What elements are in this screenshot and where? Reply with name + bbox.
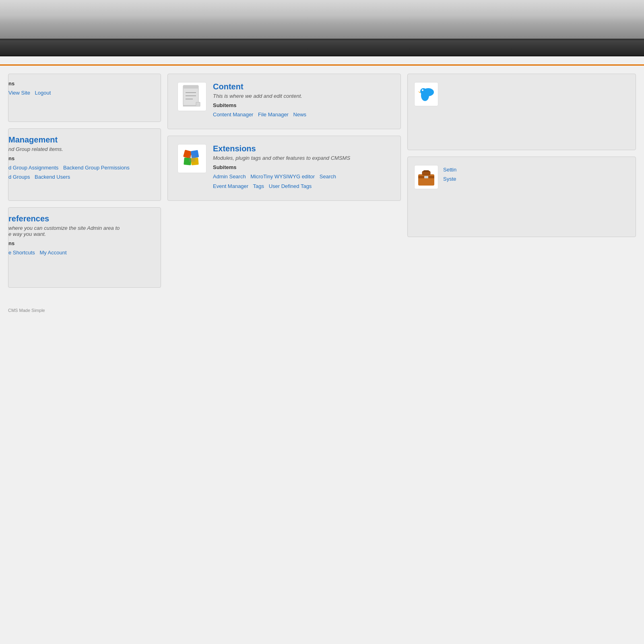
preferences-subitems: ns bbox=[8, 240, 154, 246]
bird-icon bbox=[416, 84, 436, 104]
top-bar bbox=[0, 0, 644, 40]
orange-divider bbox=[0, 64, 644, 66]
extensions-desc: Modules, plugin tags and other features … bbox=[213, 155, 391, 161]
right-bottom-icon-box bbox=[414, 165, 438, 189]
content-subitems: Subitems bbox=[213, 102, 391, 108]
news-link[interactable]: News bbox=[293, 111, 307, 118]
right-top-panel bbox=[407, 74, 636, 150]
management-desc: nd Group related items. bbox=[8, 146, 154, 152]
extensions-subitems: Subitems bbox=[213, 164, 391, 170]
right-bottom-links: Settin Syste bbox=[443, 165, 460, 184]
nav-bar bbox=[0, 40, 644, 56]
backend-users-link[interactable]: Backend Users bbox=[35, 174, 70, 180]
right-top-icon-box bbox=[414, 82, 438, 106]
shortcuts-link[interactable]: e Shortcuts bbox=[8, 250, 35, 256]
preferences-panel: references where you can customize the s… bbox=[8, 207, 161, 288]
extensions-title: Extensions bbox=[213, 144, 391, 153]
content-panel: Content This is where we add and edit co… bbox=[167, 74, 401, 129]
event-manager-link[interactable]: Event Manager bbox=[213, 183, 248, 189]
preferences-title: references bbox=[8, 214, 154, 223]
extensions-icon-box bbox=[178, 144, 206, 173]
svg-rect-21 bbox=[424, 176, 428, 178]
left-column: ns View Site Logout Management nd Group … bbox=[8, 74, 161, 288]
svg-point-15 bbox=[422, 89, 423, 91]
view-site-link[interactable]: View Site bbox=[8, 90, 30, 96]
preferences-desc: where you can customize the site Admin a… bbox=[8, 225, 154, 237]
top-left-subitems: ns bbox=[8, 80, 154, 87]
user-defined-tags-link[interactable]: User Defined Tags bbox=[269, 183, 312, 189]
extensions-panel-body: Extensions Modules, plugin tags and othe… bbox=[213, 144, 391, 191]
content-icon bbox=[182, 85, 202, 109]
settings-link[interactable]: Settin bbox=[443, 167, 456, 173]
preferences-links: e Shortcuts My Account bbox=[8, 248, 154, 257]
content-panel-body: Content This is where we add and edit co… bbox=[213, 82, 391, 119]
main-content: ns View Site Logout Management nd Group … bbox=[0, 74, 644, 288]
right-column: Settin Syste bbox=[407, 74, 636, 288]
extensions-links: Admin Search MicroTiny WYSIWYG editor Se… bbox=[213, 172, 391, 191]
microtiny-link[interactable]: MicroTiny WYSIWYG editor bbox=[250, 173, 315, 180]
my-account-link[interactable]: My Account bbox=[39, 250, 66, 256]
management-panel: Management nd Group related items. ns d … bbox=[8, 128, 161, 201]
footer-text: CMS Made Simple bbox=[8, 308, 45, 313]
svg-rect-1 bbox=[183, 85, 198, 89]
right-bottom-body: Settin Syste bbox=[443, 165, 460, 184]
toolbox-icon bbox=[416, 167, 436, 187]
management-subitems: ns bbox=[8, 155, 154, 161]
backend-group-permissions-link[interactable]: Backend Group Permissions bbox=[63, 165, 130, 171]
content-manager-link[interactable]: Content Manager bbox=[213, 111, 253, 118]
management-title: Management bbox=[8, 135, 154, 144]
backend-groups-link[interactable]: d Groups bbox=[8, 174, 30, 180]
content-links: Content Manager File Manager News bbox=[213, 110, 391, 119]
content-desc: This is where we add and edit content. bbox=[213, 93, 391, 99]
search-link[interactable]: Search bbox=[320, 173, 336, 180]
right-bottom-panel: Settin Syste bbox=[407, 157, 636, 237]
svg-point-14 bbox=[420, 88, 427, 95]
group-assignments-link[interactable]: d Group Assignments bbox=[8, 165, 58, 171]
top-left-panel: ns View Site Logout bbox=[8, 74, 161, 122]
svg-rect-11 bbox=[189, 155, 195, 162]
extensions-icon bbox=[180, 147, 204, 171]
svg-marker-16 bbox=[418, 91, 420, 93]
logout-link[interactable]: Logout bbox=[35, 90, 51, 96]
svg-rect-20 bbox=[423, 170, 429, 172]
content-icon-box bbox=[178, 82, 206, 111]
footer: CMS Made Simple bbox=[0, 304, 644, 317]
file-manager-link[interactable]: File Manager bbox=[258, 111, 289, 118]
content-title: Content bbox=[213, 82, 391, 91]
admin-search-link[interactable]: Admin Search bbox=[213, 173, 246, 180]
top-left-links: View Site Logout bbox=[8, 88, 154, 97]
extensions-panel: Extensions Modules, plugin tags and othe… bbox=[167, 136, 401, 201]
middle-column: Content This is where we add and edit co… bbox=[167, 74, 401, 288]
tags-link[interactable]: Tags bbox=[253, 183, 264, 189]
system-link[interactable]: Syste bbox=[443, 176, 456, 182]
management-links: d Group Assignments Backend Group Permis… bbox=[8, 163, 154, 182]
